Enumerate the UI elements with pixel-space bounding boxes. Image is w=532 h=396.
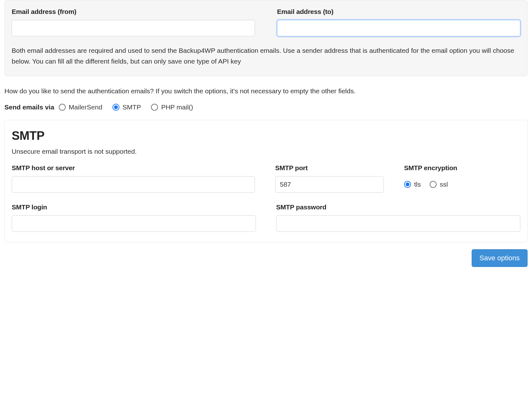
- email-to-input[interactable]: [277, 20, 520, 36]
- send-via-option-smtp[interactable]: SMTP: [112, 103, 141, 111]
- radio-label: ssl: [440, 181, 448, 188]
- radio-label: PHP mail(): [161, 103, 193, 111]
- email-from-field: Email address (from): [12, 8, 255, 36]
- smtp-encryption-radio-group: tls ssl: [404, 176, 520, 193]
- radio-icon: [151, 104, 158, 111]
- smtp-login-field: SMTP login: [12, 203, 256, 232]
- smtp-title: SMTP: [12, 129, 520, 143]
- radio-icon: [404, 181, 411, 188]
- email-from-input[interactable]: [12, 20, 255, 36]
- radio-icon: [112, 104, 119, 111]
- smtp-host-field: SMTP host or server: [12, 164, 255, 193]
- send-via-radio-group: Send emails via MailerSend SMTP PHP mail…: [4, 103, 528, 111]
- smtp-encryption-label: SMTP encryption: [404, 164, 520, 172]
- send-via-label: Send emails via: [4, 103, 54, 111]
- smtp-subtitle: Unsecure email transport is not supporte…: [12, 148, 520, 155]
- email-help-text: Both email addresses are required and us…: [12, 45, 520, 66]
- smtp-password-input[interactable]: [276, 215, 520, 232]
- send-via-question: How do you like to send the authenticati…: [4, 86, 528, 96]
- save-options-button[interactable]: Save options: [472, 249, 528, 267]
- send-via-option-mailersend[interactable]: MailerSend: [59, 103, 102, 111]
- button-row: Save options: [4, 249, 528, 267]
- email-from-label: Email address (from): [12, 8, 255, 15]
- smtp-port-label: SMTP port: [275, 164, 384, 172]
- radio-label: tls: [414, 181, 421, 188]
- smtp-encryption-field: SMTP encryption tls ssl: [404, 164, 520, 193]
- email-addresses-card: Email address (from) Email address (to) …: [4, 0, 528, 76]
- smtp-login-label: SMTP login: [12, 203, 256, 211]
- email-to-label: Email address (to): [277, 8, 520, 15]
- send-via-option-phpmail[interactable]: PHP mail(): [151, 103, 193, 111]
- smtp-port-input[interactable]: [275, 176, 384, 193]
- smtp-encryption-option-tls[interactable]: tls: [404, 181, 421, 188]
- smtp-card: SMTP Unsecure email transport is not sup…: [4, 120, 528, 242]
- radio-label: MailerSend: [69, 103, 102, 111]
- email-to-field: Email address (to): [277, 8, 520, 36]
- smtp-password-field: SMTP password: [276, 203, 520, 232]
- smtp-password-label: SMTP password: [276, 203, 520, 211]
- smtp-host-label: SMTP host or server: [12, 164, 255, 172]
- smtp-host-input[interactable]: [12, 176, 255, 193]
- smtp-encryption-option-ssl[interactable]: ssl: [430, 181, 448, 188]
- smtp-login-input[interactable]: [12, 215, 256, 232]
- smtp-port-field: SMTP port: [275, 164, 384, 193]
- radio-icon: [59, 104, 66, 111]
- radio-label: SMTP: [123, 103, 141, 111]
- radio-icon: [430, 181, 437, 188]
